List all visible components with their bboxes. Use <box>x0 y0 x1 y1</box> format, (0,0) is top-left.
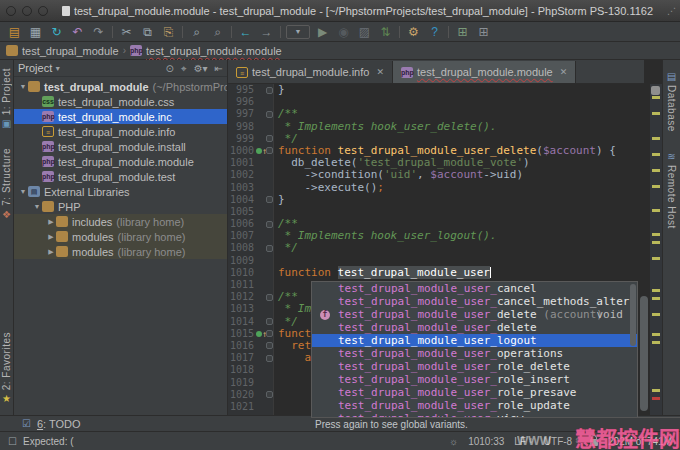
tree-item[interactable]: ≡test_drupal_module.info <box>14 124 228 139</box>
completion-item[interactable]: test_drupal_module_user_role_insert <box>312 373 637 386</box>
todo-button[interactable]: 6: TODO <box>37 418 81 430</box>
expand-arrow-icon[interactable]: ▼ <box>18 83 28 90</box>
completion-item[interactable]: test_drupal_module_user_role_delete <box>312 360 637 373</box>
fold-marker-icon[interactable] <box>266 330 273 337</box>
warning-mark[interactable] <box>652 341 660 344</box>
fold-marker-icon[interactable] <box>266 318 273 325</box>
completion-item[interactable]: test_drupal_module_user_delete <box>312 321 637 334</box>
completion-item[interactable]: test_drupal_module_user_logout <box>312 334 637 347</box>
close-icon[interactable]: ✕ <box>560 67 568 77</box>
copy-button[interactable]: ⧉ <box>137 23 158 41</box>
tree-item[interactable]: phptest_drupal_module.test <box>14 169 228 184</box>
code-line[interactable]: 1008 */ <box>228 242 650 254</box>
replace-button[interactable]: ⌕ <box>207 23 228 41</box>
warning-mark[interactable] <box>652 185 660 188</box>
tree-item[interactable]: ▶modules (library home) <box>14 229 228 244</box>
completion-item[interactable]: ftest_drupal_module_user_delete (account… <box>312 308 637 321</box>
warning-mark[interactable] <box>652 96 660 99</box>
fold-marker-icon[interactable] <box>266 111 273 118</box>
chevron-down-icon[interactable]: ▼ <box>54 65 61 72</box>
fold-marker-icon[interactable] <box>266 221 273 228</box>
inspections-widget[interactable]: ☼ <box>449 436 458 447</box>
caret-position-widget[interactable]: 1010:33 <box>468 436 504 447</box>
fold-marker-icon[interactable] <box>266 147 273 154</box>
expand-arrow-icon[interactable]: ▶ <box>46 233 56 241</box>
line-separator-widget[interactable]: LF⇕ <box>514 436 534 447</box>
warning-mark[interactable] <box>652 137 660 140</box>
fold-marker-icon[interactable] <box>266 355 273 362</box>
code-line[interactable]: 1010function test_drupal_module_user <box>228 267 650 279</box>
close-icon[interactable]: ✕ <box>376 67 384 77</box>
code-line[interactable]: 995} <box>228 84 650 96</box>
warning-mark[interactable] <box>652 169 660 172</box>
expand-arrow-icon[interactable]: ▶ <box>46 248 56 256</box>
breadcrumb-item[interactable]: test_drupal_module <box>6 45 119 57</box>
expand-arrow-icon[interactable]: ▼ <box>18 188 28 195</box>
fold-marker-icon[interactable] <box>266 391 273 398</box>
run-button[interactable]: ▶ <box>312 23 333 41</box>
forward-button[interactable]: → <box>256 23 277 41</box>
warning-mark[interactable] <box>652 297 660 300</box>
fold-marker-icon[interactable] <box>266 196 273 203</box>
tool-stripe-project[interactable]: 1: Project▣ <box>1 68 12 132</box>
completion-item[interactable]: test_drupal_module_user_role_update <box>312 399 637 412</box>
tool-stripe-favorites[interactable]: 2: Favorites★ <box>1 332 12 407</box>
tool-stripe-remote-host[interactable]: ≋Remote Host <box>666 148 677 229</box>
warning-mark[interactable] <box>652 241 660 244</box>
warning-mark[interactable] <box>652 257 660 260</box>
completion-item[interactable]: test_drupal_module_user_cancel_methods_a… <box>312 295 637 308</box>
tool-stripe-database[interactable]: ▤Database <box>666 68 677 132</box>
warning-mark[interactable] <box>652 233 660 236</box>
tree-item[interactable]: phptest_drupal_module.install <box>14 139 228 154</box>
warning-mark[interactable] <box>652 289 660 292</box>
encoding-widget[interactable]: UTF-8⇕ <box>544 436 580 447</box>
locate-icon[interactable]: ⊙ <box>166 63 174 74</box>
completion-item[interactable]: test_drupal_module_user_operations <box>312 347 637 360</box>
fold-marker-icon[interactable] <box>266 342 273 349</box>
cut-button[interactable]: ✂ <box>116 23 137 41</box>
collapse-all-icon[interactable]: ⌖ <box>181 63 187 74</box>
plugin-b-button[interactable]: ⊞ <box>473 23 494 41</box>
tree-item[interactable]: ▶includes (library home) <box>14 214 228 229</box>
zoom-button[interactable] <box>38 6 48 16</box>
editor-tab[interactable]: ≡test_drupal_module.info✕ <box>228 61 393 83</box>
expand-arrow-icon[interactable]: ▼ <box>32 203 42 210</box>
tree-item[interactable]: ▼test_drupal_module (~/PhpstormProj <box>14 79 228 94</box>
completion-item[interactable]: test_drupal_module_user_role_presave <box>312 386 637 399</box>
fold-marker-icon[interactable] <box>266 87 273 94</box>
memory-indicator[interactable]: 202M of 741M <box>608 436 672 447</box>
breadcrumb-item[interactable]: phptest_drupal_module.module <box>130 45 282 57</box>
paste-button[interactable]: ⎘ <box>158 23 179 41</box>
tree-item[interactable]: phptest_drupal_module.module <box>14 154 228 169</box>
error-mark[interactable] <box>652 397 660 400</box>
run-with-coverage-button[interactable]: ▨ <box>354 23 375 41</box>
tree-item[interactable]: phptest_drupal_module.inc <box>14 109 228 124</box>
synchronize-button[interactable]: ↻ <box>46 23 67 41</box>
completion-item[interactable]: test_drupal_module_user_cancel <box>312 282 637 295</box>
expand-arrow-icon[interactable]: ▶ <box>46 218 56 226</box>
warning-mark[interactable] <box>652 333 660 336</box>
find-button[interactable]: ⌕ <box>186 23 207 41</box>
resize-grip-icon[interactable]: ⋰ <box>667 6 676 16</box>
hide-panel-icon[interactable]: ⇤ <box>215 63 223 74</box>
tree-item[interactable]: ▼PHP <box>14 199 228 214</box>
update-project-button[interactable]: ⇅ <box>375 23 396 41</box>
open-button[interactable]: ▤ <box>4 23 25 41</box>
project-panel-title[interactable]: Project <box>18 62 52 74</box>
help-button[interactable]: ? <box>424 23 445 41</box>
redo-button[interactable]: ↷ <box>88 23 109 41</box>
tree-item[interactable]: ▼▤External Libraries <box>14 184 228 199</box>
code-line[interactable]: 1003 ->execute(); <box>228 182 650 194</box>
editor-scrollbar[interactable] <box>638 84 650 415</box>
fold-marker-icon[interactable] <box>266 294 273 301</box>
settings-dropdown-icon[interactable]: ⚙▾ <box>194 63 208 74</box>
minimize-button[interactable] <box>22 6 32 16</box>
scrollbar-thumb[interactable] <box>640 296 648 411</box>
fold-marker-icon[interactable] <box>266 245 273 252</box>
popup-scrollbar[interactable] <box>630 284 636 346</box>
warning-mark[interactable] <box>652 313 660 316</box>
warning-mark[interactable] <box>652 153 660 156</box>
editor-tab[interactable]: phptest_drupal_module.module✕ <box>393 61 576 83</box>
tool-stripe-structure[interactable]: 7: Structure❖ <box>1 148 12 223</box>
warning-mark[interactable] <box>652 389 660 392</box>
